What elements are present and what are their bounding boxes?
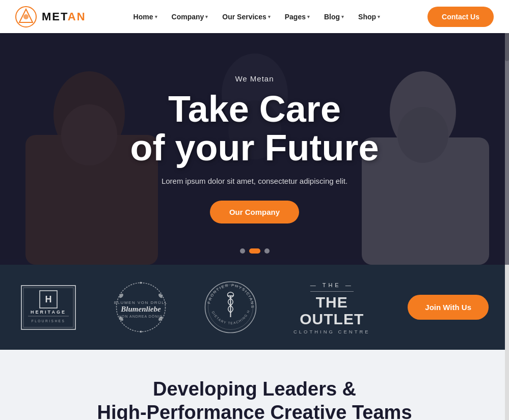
svg-text:BLUMEN VON DRÜLL: BLUMEN VON DRÜLL [114,300,168,305]
svg-text:Blumenliebe: Blumenliebe [120,305,161,313]
logo[interactable]: METAN [15,6,86,27]
svg-point-23 [140,331,142,333]
outlet-logo: — THE — THEOUTLET CLOTHING CENTRE [293,280,370,334]
partners-strip: H HERITAGE FLOURISHES BLUMEN VON DRÜLL B… [0,265,509,350]
outlet-name-text: THEOUTLET [300,294,364,327]
company-chevron-icon: ▾ [205,14,208,19]
blumenliebe-svg: BLUMEN VON DRÜLL Blumenliebe VON ANDREA … [114,281,168,334]
hero-subtitle: We Metan [235,74,274,83]
svg-text:FLOURISHES: FLOURISHES [32,319,66,323]
hero-section: We Metan Take Care of your Future Lorem … [0,33,509,265]
bottom-section: Developing Leaders & High-Performance Cr… [0,350,509,420]
heritage-logo: H HERITAGE FLOURISHES [20,285,76,330]
frontier-svg: FRONTIER PHYSICIANS DIETARY TEACHING HOS… [204,281,257,334]
pages-chevron-icon: ▾ [307,14,310,19]
hero-title: Take Care of your Future [130,90,379,167]
logo-icon [15,6,37,27]
svg-point-2 [23,14,29,19]
heritage-svg: H HERITAGE FLOURISHES [20,285,76,330]
contact-button[interactable]: Contact Us [427,7,494,27]
nav-links: Home ▾ Company ▾ Our Services ▾ Pages ▾ … [127,9,386,25]
slide-dot-2[interactable] [249,248,260,254]
svg-rect-14 [21,286,75,329]
blog-chevron-icon: ▾ [341,14,344,19]
hero-content: We Metan Take Care of your Future Lorem … [0,33,509,265]
slide-dot-1[interactable] [240,248,245,254]
blumenliebe-logo: BLUMEN VON DRÜLL Blumenliebe VON ANDREA … [114,281,168,334]
svg-point-24 [118,293,124,299]
bottom-title: Developing Leaders & High-Performance Cr… [20,378,489,420]
outlet-sub-text: CLOTHING CENTRE [293,329,370,334]
services-chevron-icon: ▾ [268,14,271,19]
nav-home[interactable]: Home ▾ [127,9,164,25]
nav-company[interactable]: Company ▾ [166,9,215,25]
svg-text:HERITAGE: HERITAGE [31,310,66,315]
svg-point-22 [140,282,142,284]
join-button[interactable]: Join With Us [408,295,489,320]
hero-description: Lorem ipsum dolor sit amet, consectetur … [162,177,347,185]
frontier-physicians-logo: FRONTIER PHYSICIANS DIETARY TEACHING HOS… [205,281,256,334]
svg-text:VON ANDREA DÖNIG: VON ANDREA DÖNIG [119,315,163,318]
home-chevron-icon: ▾ [155,14,157,19]
nav-blog[interactable]: Blog ▾ [318,9,350,25]
hero-cta-button[interactable]: Our Company [210,201,299,223]
navbar: METAN Home ▾ Company ▾ Our Services ▾ Pa… [0,0,509,33]
nav-shop[interactable]: Shop ▾ [352,9,386,25]
outlet-the-text: — THE — [310,282,354,288]
hero-slide-dots [240,248,270,254]
nav-pages[interactable]: Pages ▾ [279,9,316,25]
slide-dot-3[interactable] [264,248,270,254]
brand-name: METAN [42,10,86,23]
svg-text:H: H [45,294,52,304]
nav-services[interactable]: Our Services ▾ [216,9,276,25]
shop-chevron-icon: ▾ [378,14,380,19]
